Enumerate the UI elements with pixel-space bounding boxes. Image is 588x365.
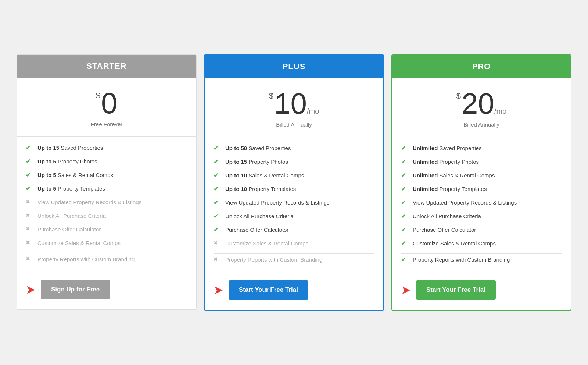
feature-icon-check-pro-0: ✔ [401, 145, 409, 152]
feature-text-pro-6: Purchase Offer Calculator [413, 226, 476, 234]
feature-icon-cross-starter-5: ✖ [26, 212, 34, 218]
feature-icon-check-plus-1: ✔ [214, 158, 222, 165]
cta-section-starter: ➤Sign Up for Free [17, 273, 196, 309]
plan-header-starter: STARTER [17, 55, 196, 78]
feature-item-plus-5: ✔Unlock All Purchase Criteria [214, 212, 374, 220]
feature-text-starter-2: Up to 5 Sales & Rental Comps [37, 171, 113, 179]
feature-icon-check-pro-8: ✔ [401, 256, 409, 263]
price-section-starter: $0Free Forever [17, 78, 196, 137]
feature-icon-check-starter-1: ✔ [26, 158, 34, 165]
feature-icon-check-plus-0: ✔ [214, 145, 222, 152]
feature-item-pro-3: ✔Unlimited Property Templates [401, 185, 562, 193]
feature-item-plus-8: ✖Property Reports with Custom Branding [214, 256, 374, 263]
feature-text-plus-3: Up to 10 Property Templates [225, 185, 296, 193]
arrow-icon-pro: ➤ [401, 284, 411, 296]
feature-item-starter-5: ✖Unlock All Purchase Criteria [26, 212, 187, 220]
feature-text-starter-5: Unlock All Purchase Criteria [37, 212, 106, 220]
feature-item-starter-1: ✔Up to 5 Property Photos [26, 157, 187, 165]
feature-item-starter-8: ✖Property Reports with Custom Branding [26, 255, 187, 263]
feature-item-starter-3: ✔Up to 5 Property Templates [26, 185, 187, 192]
price-period-pro: /mo [494, 107, 506, 115]
cta-button-starter[interactable]: Sign Up for Free [41, 280, 110, 299]
feature-text-plus-8: Property Reports with Custom Branding [225, 256, 322, 263]
features-section-pro: ✔Unlimited Saved Properties✔Unlimited Pr… [392, 137, 571, 273]
feature-item-starter-0: ✔Up to 15 Saved Properties [26, 144, 187, 152]
feature-text-pro-0: Unlimited Saved Properties [413, 144, 482, 152]
plan-name-starter: STARTER [24, 61, 189, 71]
feature-icon-check-plus-6: ✔ [214, 226, 222, 233]
price-amount-plus: 10 [274, 89, 307, 118]
cta-section-pro: ➤Start Your Free Trial [392, 273, 571, 310]
price-label-starter: Free Forever [24, 121, 189, 127]
feature-icon-check-pro-5: ✔ [401, 213, 409, 220]
feature-item-pro-6: ✔Purchase Offer Calculator [401, 226, 562, 234]
feature-text-plus-5: Unlock All Purchase Criteria [225, 212, 294, 220]
feature-icon-check-pro-4: ✔ [401, 199, 409, 206]
feature-item-starter-2: ✔Up to 5 Sales & Rental Comps [26, 171, 187, 179]
plan-name-pro: PRO [399, 62, 563, 71]
price-period-plus: /mo [307, 107, 319, 115]
feature-text-pro-2: Unlimited Sales & Rental Comps [413, 171, 495, 179]
plan-card-starter: STARTER$0Free Forever✔Up to 15 Saved Pro… [17, 54, 197, 310]
price-amount-starter: 0 [101, 89, 118, 118]
feature-text-pro-3: Unlimited Property Templates [413, 185, 487, 193]
feature-item-pro-7: ✔Customize Sales & Rental Comps [401, 240, 562, 247]
feature-item-pro-2: ✔Unlimited Sales & Rental Comps [401, 171, 562, 179]
feature-text-plus-6: Purchase Offer Calculator [225, 226, 288, 234]
feature-item-starter-6: ✖Purchase Offer Calculator [26, 226, 187, 233]
arrow-icon-starter: ➤ [26, 284, 36, 295]
price-section-pro: $20/moBilled Annually [392, 78, 571, 137]
feature-icon-check-pro-3: ✔ [401, 185, 409, 192]
feature-item-plus-1: ✔Up to 15 Property Photos [214, 158, 374, 166]
feature-icon-cross-plus-8: ✖ [214, 256, 222, 262]
feature-text-starter-7: Customize Sales & Rental Comps [37, 239, 121, 247]
arrow-icon-plus: ➤ [214, 284, 223, 296]
plan-card-pro: PRO$20/moBilled Annually✔Unlimited Saved… [391, 54, 571, 311]
pricing-table: STARTER$0Free Forever✔Up to 15 Saved Pro… [7, 54, 581, 311]
plan-card-plus: PLUS$10/moBilled Annually✔Up to 50 Saved… [204, 54, 384, 311]
features-section-starter: ✔Up to 15 Saved Properties✔Up to 5 Prope… [17, 137, 196, 273]
price-display-starter: $0 [24, 89, 189, 118]
feature-item-plus-7: ✖Customize Sales & Rental Comps [214, 240, 374, 247]
feature-item-pro-0: ✔Unlimited Saved Properties [401, 144, 562, 152]
feature-icon-check-plus-4: ✔ [214, 199, 222, 206]
feature-text-plus-1: Up to 15 Property Photos [225, 158, 288, 166]
feature-item-plus-6: ✔Purchase Offer Calculator [214, 226, 374, 234]
feature-icon-check-pro-1: ✔ [401, 158, 409, 165]
price-dollar-plus: $ [269, 92, 273, 100]
cta-button-plus[interactable]: Start Your Free Trial [229, 280, 308, 300]
features-section-plus: ✔Up to 50 Saved Properties✔Up to 15 Prop… [205, 137, 383, 273]
feature-text-plus-7: Customize Sales & Rental Comps [225, 240, 308, 247]
feature-text-starter-8: Property Reports with Custom Branding [37, 255, 135, 263]
cta-button-pro[interactable]: Start Your Free Trial [416, 280, 496, 300]
feature-item-plus-4: ✔View Updated Property Records & Listing… [214, 199, 374, 206]
feature-item-plus-2: ✔Up to 10 Sales & Rental Comps [214, 171, 374, 179]
feature-text-pro-8: Property Reports with Custom Branding [413, 256, 510, 263]
feature-item-pro-5: ✔Unlock All Purchase Criteria [401, 212, 562, 220]
feature-icon-cross-starter-7: ✖ [26, 240, 34, 245]
feature-text-pro-1: Unlimited Property Photos [413, 158, 479, 166]
feature-icon-check-plus-2: ✔ [214, 172, 222, 179]
price-dollar-starter: $ [96, 92, 100, 100]
feature-text-plus-2: Up to 10 Sales & Rental Comps [225, 171, 304, 179]
price-display-plus: $10/mo [212, 89, 376, 118]
feature-icon-check-plus-3: ✔ [214, 185, 222, 192]
feature-item-pro-8: ✔Property Reports with Custom Branding [401, 256, 562, 263]
feature-icon-check-pro-6: ✔ [401, 226, 409, 233]
feature-icon-check-pro-7: ✔ [401, 240, 409, 247]
feature-item-starter-4: ✖View Updated Property Records & Listing… [26, 198, 187, 206]
feature-icon-check-starter-0: ✔ [26, 144, 34, 151]
feature-item-pro-4: ✔View Updated Property Records & Listing… [401, 199, 562, 206]
feature-text-pro-7: Customize Sales & Rental Comps [413, 240, 496, 247]
price-display-pro: $20/mo [399, 89, 563, 118]
price-label-pro: Billed Annually [399, 121, 563, 128]
feature-item-plus-3: ✔Up to 10 Property Templates [214, 185, 374, 193]
feature-text-starter-1: Up to 5 Property Photos [37, 157, 97, 165]
plan-name-plus: PLUS [212, 62, 376, 71]
feature-text-starter-0: Up to 15 Saved Properties [37, 144, 103, 152]
feature-text-plus-4: View Updated Property Records & Listings [225, 199, 329, 206]
feature-icon-cross-starter-4: ✖ [26, 199, 34, 205]
feature-item-pro-1: ✔Unlimited Property Photos [401, 158, 562, 166]
price-label-plus: Billed Annually [212, 121, 376, 128]
feature-text-pro-5: Unlock All Purchase Criteria [413, 212, 481, 220]
